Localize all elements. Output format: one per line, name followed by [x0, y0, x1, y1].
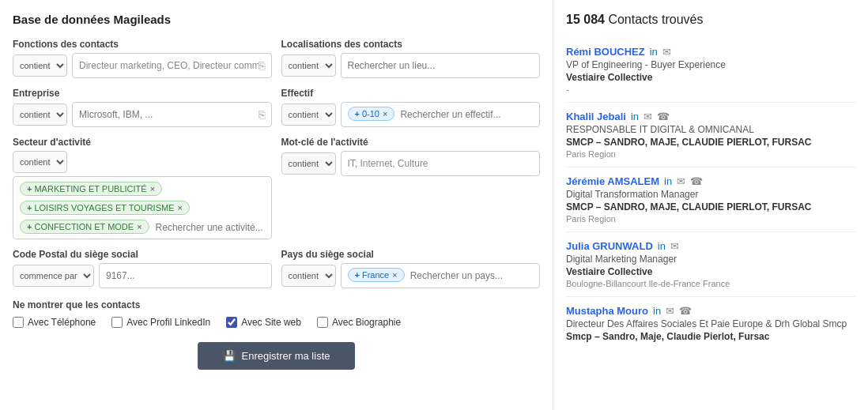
- register-button[interactable]: 💾 Enregistrer ma liste: [198, 342, 356, 370]
- secteur-tag-marketing: + MARKETING ET PUBLICITÉ ×: [20, 182, 162, 196]
- avec-telephone-item[interactable]: Avec Téléphone: [13, 317, 96, 328]
- avec-siteweb-item[interactable]: Avec Site web: [226, 317, 301, 328]
- linkedin-icon: in: [664, 175, 672, 187]
- mail-icon: ✉: [670, 240, 679, 252]
- register-icon: 💾: [223, 350, 236, 362]
- contact-role: Directeur Des Affaires Sociales Et Paie …: [566, 318, 855, 329]
- contact-card: Khalil Jebali in✉☎ RESPONSABLE IT DIGITA…: [566, 103, 855, 167]
- contact-card: Mustapha Mouro in✉☎ Directeur Des Affair…: [566, 297, 855, 352]
- effectif-tag-remove[interactable]: ×: [383, 109, 387, 118]
- mail-icon: ✉: [662, 46, 671, 58]
- mail-icon: ✉: [666, 305, 674, 317]
- avec-linkedin-label: Avec Profil LinkedIn: [126, 317, 210, 328]
- pays-input[interactable]: [410, 270, 533, 281]
- secteur-input[interactable]: [156, 222, 265, 233]
- mail-icon: ✉: [643, 111, 652, 122]
- contact-card: Rémi BOUCHEZ in✉ VP of Engineering - Buy…: [566, 38, 855, 103]
- pays-label: Pays du siège social: [281, 249, 541, 260]
- fonctions-condition-select[interactable]: contient: [13, 55, 67, 77]
- contact-location: -: [566, 85, 855, 94]
- avec-linkedin-checkbox[interactable]: [111, 317, 123, 328]
- localisations-condition-select[interactable]: contient: [281, 55, 336, 77]
- effectif-tag: + 0-10 ×: [348, 107, 395, 121]
- contact-company: Vestiaire Collective: [566, 266, 855, 277]
- codepostal-label: Code Postal du siège social: [13, 249, 272, 260]
- entreprise-condition-select[interactable]: contient: [13, 103, 67, 126]
- pays-tag-remove[interactable]: ×: [392, 270, 397, 280]
- contact-location: Paris Region: [566, 149, 855, 159]
- contact-name-row: Mustapha Mouro in✉☎: [566, 305, 855, 317]
- avec-siteweb-checkbox[interactable]: [226, 317, 237, 328]
- contact-name[interactable]: Mustapha Mouro: [566, 305, 648, 317]
- secteur-condition-select[interactable]: contient: [13, 151, 67, 173]
- entreprise-label: Entreprise: [13, 88, 272, 99]
- fonctions-label: Fonctions des contacts: [13, 39, 272, 50]
- avec-biographie-checkbox[interactable]: [317, 317, 328, 328]
- effectif-condition-select[interactable]: contient: [281, 103, 336, 126]
- contact-name-row: Khalil Jebali in✉☎: [566, 111, 855, 122]
- contact-name[interactable]: Khalil Jebali: [566, 111, 626, 122]
- contact-name-row: Rémi BOUCHEZ in✉: [566, 46, 855, 58]
- secteur-tag-loisirs: + LOISIRS VOYAGES ET TOURISME ×: [20, 201, 190, 215]
- register-button-wrap: 💾 Enregistrer ma liste: [13, 342, 540, 370]
- contacts-list: Rémi BOUCHEZ in✉ VP of Engineering - Buy…: [566, 38, 855, 352]
- contact-name[interactable]: Jérémie AMSALEM: [566, 175, 659, 187]
- contact-card: Julia GRUNWALD in✉ Digital Marketing Man…: [566, 232, 855, 297]
- contact-company: SMCP – SANDRO, MAJE, CLAUDIE PIERLOT, FU…: [566, 137, 855, 148]
- contact-role: RESPONSABLE IT DIGITAL & OMNICANAL: [566, 124, 855, 135]
- page-title: Base de données Magileads: [13, 13, 540, 26]
- localisations-label: Localisations des contacts: [281, 39, 541, 50]
- avec-linkedin-item[interactable]: Avec Profil LinkedIn: [111, 317, 210, 328]
- secteur-tag-marketing-remove[interactable]: ×: [150, 184, 155, 194]
- contact-role: Digital Transformation Manager: [566, 189, 855, 200]
- contact-company: SMCP – SANDRO, MAJE, CLAUDIE PIERLOT, FU…: [566, 201, 855, 213]
- avec-siteweb-label: Avec Site web: [241, 317, 301, 328]
- contact-role: Digital Marketing Manager: [566, 254, 855, 265]
- phone-icon: ☎: [679, 305, 692, 317]
- avec-telephone-checkbox[interactable]: [13, 317, 24, 328]
- linkedin-icon: in: [631, 111, 639, 122]
- contact-card: Jérémie AMSALEM in✉☎ Digital Transformat…: [566, 167, 855, 232]
- fonctions-copy-icon[interactable]: ⎘: [259, 59, 265, 72]
- codepostal-condition-select[interactable]: commence par: [13, 265, 94, 287]
- contact-name-row: Julia GRUNWALD in✉: [566, 240, 855, 252]
- localisations-input[interactable]: [348, 60, 534, 71]
- contact-role: VP of Engineering - Buyer Experience: [566, 59, 855, 70]
- contact-company: Smcp – Sandro, Maje, Claudie Pierlot, Fu…: [566, 331, 855, 342]
- contact-location: Boulogne-Billancourt Ile-de-France Franc…: [566, 279, 855, 288]
- linkedin-icon: in: [650, 46, 658, 58]
- phone-icon: ☎: [690, 175, 703, 187]
- motcle-input[interactable]: [348, 158, 534, 169]
- contact-name[interactable]: Julia GRUNWALD: [566, 240, 653, 252]
- fonctions-input[interactable]: [79, 60, 259, 71]
- secteur-tag-loisirs-remove[interactable]: ×: [178, 203, 183, 213]
- motcle-label: Mot-clé de l'activité: [281, 137, 541, 148]
- mail-icon: ✉: [677, 175, 685, 187]
- linkedin-icon: in: [653, 305, 661, 317]
- secteur-tag-confection: + CONFECTION ET MODE ×: [20, 220, 149, 234]
- linkedin-icon: in: [658, 240, 666, 252]
- contact-location: Paris Region: [566, 214, 855, 224]
- codepostal-input[interactable]: [106, 270, 265, 281]
- pays-condition-select[interactable]: contient: [281, 265, 336, 287]
- effectif-input[interactable]: [400, 109, 533, 120]
- effectif-label: Effectif: [281, 88, 541, 99]
- secteur-tag-confection-remove[interactable]: ×: [137, 222, 142, 231]
- contact-name-row: Jérémie AMSALEM in✉☎: [566, 175, 855, 187]
- checkbox-row: Avec Téléphone Avec Profil LinkedIn Avec…: [13, 317, 540, 328]
- contact-company: Vestiaire Collective: [566, 72, 855, 83]
- entreprise-copy-icon[interactable]: ⎘: [259, 108, 265, 121]
- avec-biographie-label: Avec Biographie: [332, 317, 401, 328]
- secteur-tags: + MARKETING ET PUBLICITÉ × + LOISIRS VOY…: [20, 182, 265, 235]
- contact-name[interactable]: Rémi BOUCHEZ: [566, 46, 645, 58]
- secteur-label: Secteur d'activité: [13, 137, 272, 148]
- results-count: 15 084: [566, 13, 605, 26]
- pays-tag: + France ×: [348, 268, 405, 282]
- motcle-condition-select[interactable]: contient: [281, 152, 336, 175]
- entreprise-input[interactable]: [79, 109, 259, 120]
- phone-icon: ☎: [657, 111, 670, 122]
- register-label: Enregistrer ma liste: [242, 350, 330, 362]
- results-title: 15 084 Contacts trouvés: [566, 13, 855, 27]
- avec-biographie-item[interactable]: Avec Biographie: [317, 317, 401, 328]
- results-label: Contacts trouvés: [608, 13, 703, 26]
